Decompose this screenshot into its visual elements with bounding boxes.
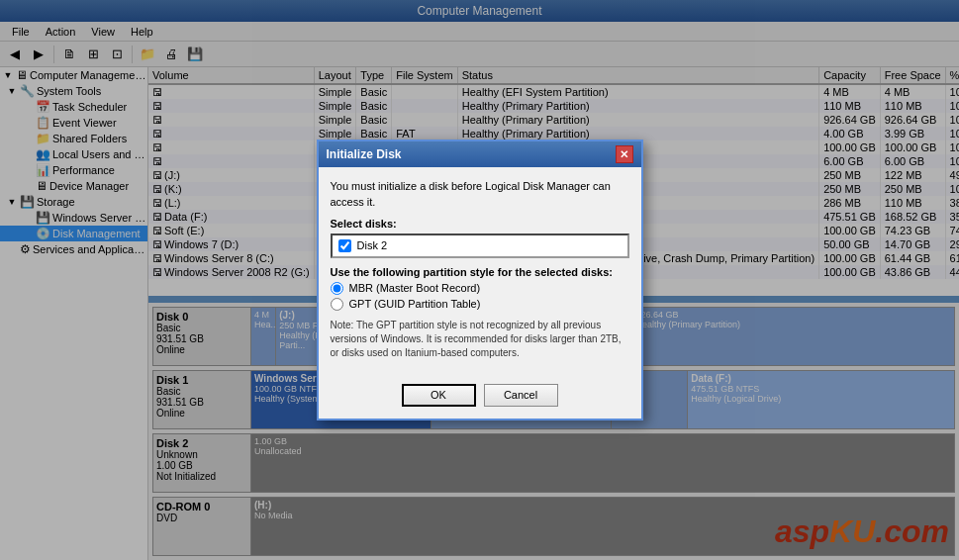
gpt-label[interactable]: GPT (GUID Partition Table): [349, 298, 481, 310]
disk2-label[interactable]: Disk 2: [357, 239, 388, 251]
ok-button[interactable]: OK: [402, 384, 476, 407]
disk-checkbox-container: Disk 2: [331, 233, 629, 258]
partition-style-label: Use the following partition style for th…: [331, 266, 629, 278]
dialog-buttons: OK Cancel: [319, 380, 641, 419]
dialog-title: Initialize Disk: [327, 147, 402, 161]
close-icon: ✕: [620, 148, 628, 161]
dialog-close-button[interactable]: ✕: [616, 145, 633, 163]
dialog-note: Note: The GPT partition style is not rec…: [331, 319, 629, 360]
dialog-intro: You must initialize a disk before Logica…: [331, 179, 629, 210]
mbr-option: MBR (Master Boot Record): [331, 282, 629, 295]
mbr-label[interactable]: MBR (Master Boot Record): [349, 282, 481, 294]
cancel-button[interactable]: Cancel: [484, 384, 558, 407]
partition-style-section: Use the following partition style for th…: [331, 266, 629, 311]
initialize-disk-dialog: Initialize Disk ✕ You must initialize a …: [317, 140, 643, 420]
mbr-radio[interactable]: [331, 282, 343, 295]
dialog-overlay: Initialize Disk ✕ You must initialize a …: [0, 0, 959, 560]
dialog-title-bar: Initialize Disk ✕: [319, 141, 641, 167]
dialog-body: You must initialize a disk before Logica…: [319, 167, 641, 380]
select-disks-label: Select disks:: [331, 218, 629, 230]
gpt-option: GPT (GUID Partition Table): [331, 298, 629, 311]
gpt-radio[interactable]: [331, 298, 343, 311]
disk2-checkbox[interactable]: [338, 239, 351, 252]
